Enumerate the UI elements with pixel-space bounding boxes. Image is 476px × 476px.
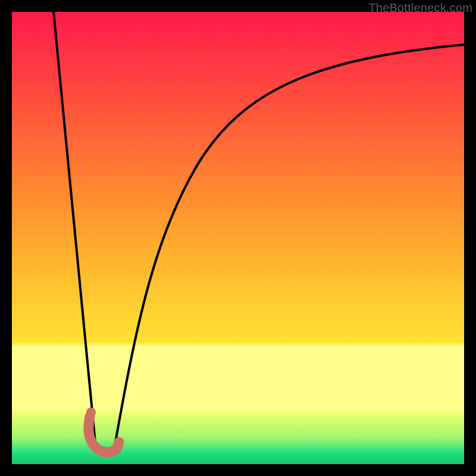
curve-left (54, 12, 95, 442)
curve-right (115, 45, 464, 442)
plot-frame (12, 12, 464, 464)
watermark-text: TheBottleneck.com (368, 1, 472, 15)
j-marker-dot (86, 408, 96, 417)
j-marker (89, 416, 119, 452)
bottleneck-curve (12, 12, 464, 464)
